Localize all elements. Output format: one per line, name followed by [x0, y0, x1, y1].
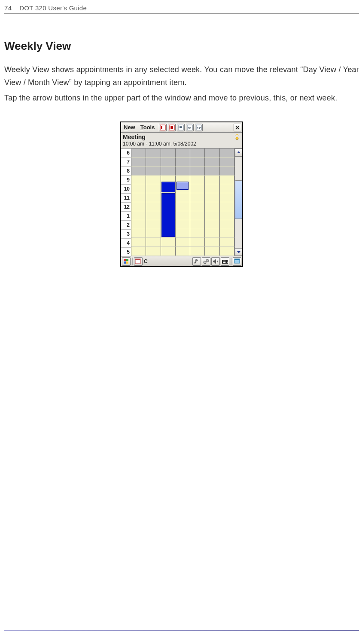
grid-cell[interactable] — [220, 229, 234, 238]
grid-cell[interactable] — [220, 238, 234, 247]
grid-cell[interactable] — [205, 229, 219, 238]
month-view-icon[interactable] — [177, 124, 185, 131]
grid-cell[interactable] — [176, 247, 190, 256]
grid-cell[interactable] — [146, 238, 161, 247]
menu-new[interactable]: New — [122, 124, 137, 131]
week-grid[interactable] — [131, 149, 234, 256]
grid-cell[interactable] — [176, 149, 190, 158]
grid-cell[interactable] — [220, 202, 234, 211]
grid-cell[interactable] — [205, 247, 219, 256]
grid-cell[interactable] — [205, 176, 219, 185]
grid-cell[interactable] — [161, 158, 176, 167]
grid-cell[interactable] — [176, 229, 190, 238]
scroll-up-icon[interactable] — [235, 149, 242, 156]
grid-cell[interactable] — [190, 220, 205, 229]
grid-cell[interactable] — [205, 158, 219, 167]
grid-cell[interactable] — [176, 202, 190, 211]
grid-cell[interactable] — [161, 167, 176, 176]
grid-cell[interactable] — [146, 149, 161, 158]
appointment-block[interactable] — [176, 182, 189, 190]
view-12-icon[interactable]: 12 — [195, 124, 203, 131]
grid-cell[interactable] — [220, 167, 234, 176]
grid-cell[interactable] — [205, 238, 219, 247]
svg-rect-3 — [170, 126, 170, 129]
menu-tools[interactable]: Tools — [139, 124, 157, 131]
grid-cell[interactable] — [131, 247, 146, 256]
grid-cell[interactable] — [220, 247, 234, 256]
grid-cell[interactable] — [161, 247, 176, 256]
grid-cell[interactable] — [190, 247, 205, 256]
grid-cell[interactable] — [131, 176, 146, 185]
appointment-block[interactable] — [161, 182, 175, 192]
grid-cell[interactable] — [220, 193, 234, 202]
grid-cell[interactable] — [205, 149, 219, 158]
grid-cell[interactable] — [131, 149, 146, 158]
grid-cell[interactable] — [131, 238, 146, 247]
grid-cell[interactable] — [131, 184, 146, 193]
grid-cell[interactable] — [190, 238, 205, 247]
grid-cell[interactable] — [190, 158, 205, 167]
grid-cell[interactable] — [131, 211, 146, 220]
grid-cell[interactable] — [220, 176, 234, 185]
start-button[interactable] — [122, 257, 131, 266]
show-desktop-icon[interactable] — [233, 257, 241, 266]
grid-cell[interactable] — [220, 211, 234, 220]
tray-volume-icon[interactable] — [211, 257, 220, 266]
close-icon[interactable] — [234, 124, 241, 131]
scroll-thumb[interactable] — [235, 180, 242, 219]
week-view-icon[interactable] — [168, 124, 176, 131]
grid-cell[interactable] — [205, 202, 219, 211]
scroll-track[interactable] — [235, 156, 242, 248]
grid-cell[interactable] — [176, 158, 190, 167]
grid-cell[interactable] — [131, 167, 146, 176]
scrollbar[interactable] — [234, 149, 242, 256]
grid-cell[interactable] — [131, 202, 146, 211]
grid-cell[interactable] — [190, 211, 205, 220]
grid-cell[interactable] — [146, 167, 161, 176]
grid-cell[interactable] — [190, 176, 205, 185]
appointment-block[interactable] — [161, 193, 175, 237]
keyboard-icon[interactable] — [221, 257, 229, 266]
tray-icon-2[interactable] — [202, 257, 210, 266]
grid-cell[interactable] — [176, 220, 190, 229]
grid-cell[interactable] — [190, 202, 205, 211]
grid-cell[interactable] — [161, 149, 176, 158]
grid-cell[interactable] — [176, 167, 190, 176]
grid-cell[interactable] — [176, 193, 190, 202]
grid-cell[interactable] — [146, 184, 161, 193]
grid-cell[interactable] — [205, 193, 219, 202]
grid-cell[interactable] — [131, 193, 146, 202]
day-view-icon[interactable] — [159, 124, 167, 131]
grid-cell[interactable] — [161, 238, 176, 247]
view-31-icon[interactable]: 31 — [186, 124, 194, 131]
calendar-task-icon[interactable] — [134, 257, 143, 266]
grid-cell[interactable] — [205, 211, 219, 220]
grid-cell[interactable] — [146, 158, 161, 167]
grid-cell[interactable] — [146, 247, 161, 256]
grid-cell[interactable] — [220, 149, 234, 158]
grid-cell[interactable] — [205, 167, 219, 176]
grid-cell[interactable] — [220, 158, 234, 167]
grid-cell[interactable] — [205, 184, 219, 193]
grid-cell[interactable] — [131, 158, 146, 167]
grid-cell[interactable] — [190, 167, 205, 176]
grid-cell[interactable] — [131, 220, 146, 229]
grid-cell[interactable] — [146, 211, 161, 220]
grid-cell[interactable] — [190, 229, 205, 238]
grid-cell[interactable] — [131, 229, 146, 238]
grid-cell[interactable] — [146, 176, 161, 185]
grid-cell[interactable] — [220, 220, 234, 229]
grid-cell[interactable] — [146, 202, 161, 211]
grid-cell[interactable] — [190, 149, 205, 158]
grid-cell[interactable] — [146, 229, 161, 238]
grid-cell[interactable] — [190, 193, 205, 202]
grid-cell[interactable] — [205, 220, 219, 229]
grid-cell[interactable] — [176, 211, 190, 220]
grid-cell[interactable] — [190, 184, 205, 193]
scroll-down-icon[interactable] — [235, 248, 242, 256]
grid-cell[interactable] — [146, 220, 161, 229]
grid-cell[interactable] — [176, 238, 190, 247]
grid-cell[interactable] — [146, 193, 161, 202]
tray-icon-1[interactable] — [192, 257, 201, 266]
grid-cell[interactable] — [220, 184, 234, 193]
